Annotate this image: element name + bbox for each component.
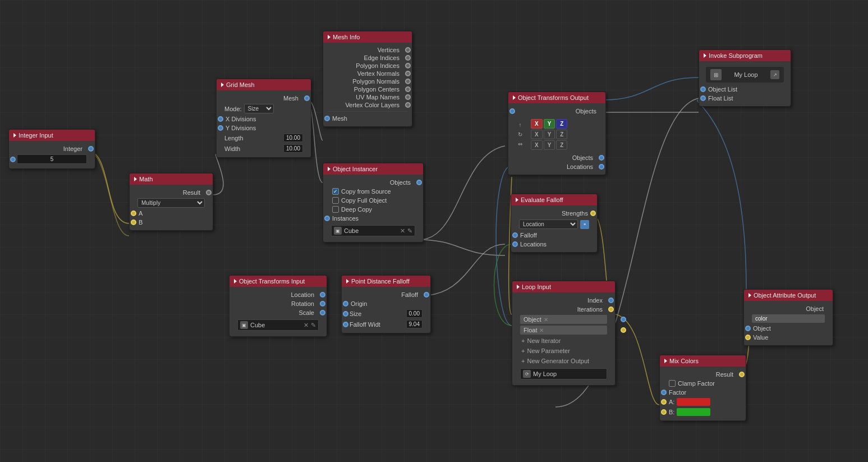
invoke-options-icon[interactable]: ↗ [770,70,779,79]
new-iterator-row[interactable]: + New Iterator [517,336,610,346]
integer-output-socket[interactable] [88,146,94,152]
attribute-name-input[interactable] [752,314,825,323]
z-btn-1[interactable]: Z [556,119,567,129]
x-btn-3[interactable]: X [531,140,543,150]
z-btn-2[interactable]: Z [556,130,567,139]
object-tag-close[interactable]: ✕ [544,317,548,323]
location-select[interactable]: Location [519,219,578,229]
collapse-icon[interactable] [134,177,137,181]
copy-full-object-row[interactable]: Copy Full Object [328,196,419,205]
clamp-factor-row[interactable]: Clamp Factor [664,379,741,388]
x-div-socket[interactable] [218,116,223,122]
b-color-socket[interactable] [661,409,667,415]
location-socket[interactable] [320,292,325,298]
a-color-socket[interactable] [661,399,667,405]
width-value[interactable]: 10.00 [283,144,303,153]
collapse-icon[interactable] [517,285,520,289]
locations-out-socket[interactable] [599,164,604,170]
mesh-input-socket[interactable] [324,116,330,121]
object-tag-socket[interactable] [621,317,626,322]
invoke-object-list-socket[interactable] [700,86,706,92]
remove-button[interactable]: ✕ [304,322,309,329]
collapse-icon[interactable] [346,279,349,283]
collapse-icon[interactable] [664,359,667,363]
edge-indices-socket[interactable] [405,55,411,61]
object-attr-input-socket[interactable] [745,326,751,331]
x-btn-1[interactable]: X [531,119,543,129]
objects-input-socket[interactable] [509,108,515,114]
vertices-socket[interactable] [405,47,411,53]
polygon-indices-socket[interactable] [405,63,411,68]
index-socket[interactable] [608,298,614,303]
color-a-swatch[interactable] [677,398,710,406]
remove-cube-button[interactable]: ✕ [400,227,405,235]
integer-value-field[interactable]: 5 [17,154,87,164]
locations-input-socket[interactable] [512,241,518,247]
x-btn-2[interactable]: X [531,130,543,139]
edit-button[interactable]: ✎ [311,322,316,329]
falloff-input-socket[interactable] [512,232,518,238]
object-tag[interactable]: Object ✕ [520,315,607,324]
rotation-socket[interactable] [320,301,325,307]
a-socket[interactable] [131,211,136,216]
size-value[interactable]: 0.00 [406,309,422,318]
b-socket[interactable] [131,219,136,225]
value-socket[interactable] [745,335,751,340]
scale-socket[interactable] [320,310,325,315]
factor-socket[interactable] [661,390,667,395]
integer-input-socket[interactable] [10,157,16,162]
z-btn-3[interactable]: Z [556,140,567,150]
collapse-icon[interactable] [13,133,16,138]
transforms-input-cube-bar[interactable]: ▣ Cube ✕ ✎ [237,319,319,331]
list-icon[interactable]: ≡ [580,220,589,229]
iterations-socket[interactable] [608,307,614,312]
deep-copy-row[interactable]: Deep Copy [328,205,419,214]
y-btn-3[interactable]: Y [544,140,555,150]
vertex-color-socket[interactable] [405,102,411,108]
clamp-factor-checkbox[interactable] [669,380,676,387]
float-tag[interactable]: Float ✕ [520,326,607,335]
objects-out-socket[interactable] [599,155,604,161]
collapse-icon[interactable] [748,293,751,298]
float-tag-socket[interactable] [621,327,626,333]
instances-socket[interactable] [324,216,330,221]
edit-cube-button[interactable]: ✎ [407,227,412,235]
strengths-socket[interactable] [590,211,596,216]
polygon-normals-socket[interactable] [405,79,411,84]
collapse-icon[interactable] [234,279,237,283]
origin-socket[interactable] [343,301,348,307]
copy-from-source-row[interactable]: Copy from Source [328,187,419,196]
my-loop-bar[interactable]: ⟳ My Loop [520,368,607,379]
collapse-icon[interactable] [328,167,330,171]
invoke-float-list-socket[interactable] [700,95,706,101]
float-tag-close[interactable]: ✕ [539,327,544,333]
copy-full-object-checkbox[interactable] [332,197,339,204]
result-socket[interactable] [206,190,212,195]
collapse-icon[interactable] [328,35,330,39]
new-parameter-row[interactable]: + New Parameter [517,346,610,356]
new-generator-output-row[interactable]: + New Generator Output [517,356,610,366]
objects-output-socket[interactable] [416,180,422,185]
uv-map-socket[interactable] [405,94,411,100]
result-socket[interactable] [739,372,745,377]
y-btn-1[interactable]: Y [544,119,555,129]
y-div-socket[interactable] [218,125,223,131]
mode-select[interactable]: Size Count [244,104,274,113]
vertex-normals-socket[interactable] [405,71,411,76]
mesh-output-socket[interactable] [304,95,310,101]
cube-object-bar[interactable]: ▣ Cube ✕ ✎ [331,225,415,236]
deep-copy-checkbox[interactable] [332,206,339,213]
falloff-width-socket[interactable] [343,322,348,327]
collapse-icon[interactable] [221,83,224,87]
collapse-icon[interactable] [704,53,706,58]
falloff-width-value[interactable]: 9.04 [406,320,422,328]
color-b-swatch[interactable] [677,408,710,416]
polygon-centers-socket[interactable] [405,86,411,92]
falloff-output-socket[interactable] [424,292,429,298]
length-value[interactable]: 10.00 [283,134,303,142]
collapse-icon[interactable] [513,95,516,100]
y-btn-2[interactable]: Y [544,130,555,139]
collapse-icon[interactable] [516,198,518,202]
copy-from-source-checkbox[interactable] [332,188,339,195]
math-mode-select[interactable]: Multiply Add Subtract [137,198,205,208]
